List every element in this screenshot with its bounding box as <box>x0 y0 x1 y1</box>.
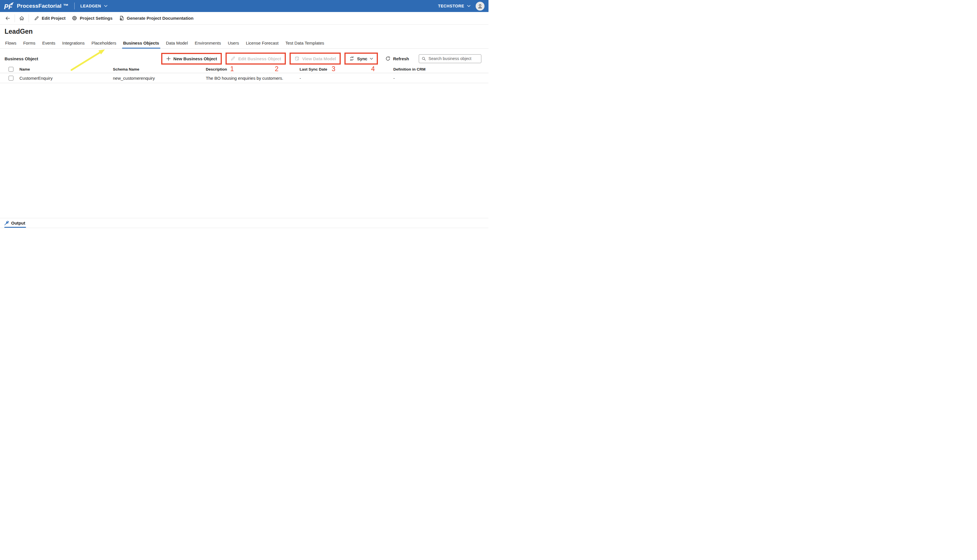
app-root: PF ProcessFactorial ™ LEADGEN TECHSTORE <box>0 0 489 280</box>
project-switcher[interactable]: LEADGEN <box>80 4 107 8</box>
pencil-icon <box>230 56 235 61</box>
annotation-box-1: New Business Object <box>161 53 222 65</box>
cell-schema-name: new_customerenquiry <box>113 76 206 80</box>
cell-last-sync-date: - <box>299 76 393 80</box>
column-header-definition-in-crm[interactable]: Definition in CRM <box>393 67 489 72</box>
top-header: PF ProcessFactorial ™ LEADGEN TECHSTORE <box>0 0 489 12</box>
generate-documentation-button[interactable]: Generate Project Documentation <box>116 13 197 23</box>
chevron-down-icon <box>370 58 373 60</box>
page-title: LeadGen <box>5 28 489 35</box>
toolbar-divider <box>28 14 29 22</box>
business-object-table: Name Schema Name Description Last Sync D… <box>0 65 489 83</box>
search-icon <box>422 56 426 61</box>
pencil-icon <box>34 16 39 21</box>
tab-data-model[interactable]: Data Model <box>165 39 189 48</box>
pin-icon <box>4 220 9 225</box>
sync-icon <box>349 56 354 61</box>
svg-text:PF: PF <box>4 3 13 10</box>
select-all-checkbox[interactable] <box>8 67 13 72</box>
edit-business-object-button[interactable]: Edit Business Object <box>227 54 285 63</box>
tab-integrations[interactable]: Integrations <box>62 39 85 48</box>
view-data-model-button[interactable]: View Data Model <box>291 54 339 63</box>
column-header-last-sync-date[interactable]: Last Sync Date <box>299 67 393 72</box>
brand-logo-icon[interactable]: PF <box>4 2 14 10</box>
toolbar-divider <box>15 14 15 22</box>
chevron-down-icon <box>104 5 107 7</box>
tab-bar: Flows Forms Events Integrations Placehol… <box>0 39 489 48</box>
annotation-box-2: Edit Business Object <box>225 53 286 65</box>
column-header-description[interactable]: Description <box>206 67 299 72</box>
edit-project-button[interactable]: Edit Project <box>31 13 68 23</box>
project-settings-button[interactable]: Project Settings <box>68 13 115 23</box>
tab-placeholders[interactable]: Placeholders <box>91 39 117 48</box>
avatar[interactable] <box>476 2 484 10</box>
command-bar: Edit Project Project Settings Generate P… <box>0 12 489 25</box>
gear-icon <box>72 15 77 21</box>
tab-output[interactable]: Output <box>4 218 26 228</box>
output-label: Output <box>11 220 25 225</box>
column-header-schema-name[interactable]: Schema Name <box>113 67 206 72</box>
annotation-box-4: Sync <box>344 53 378 65</box>
back-button[interactable] <box>3 13 13 23</box>
brand-name: ProcessFactorial ™ <box>17 3 68 9</box>
section-title: Business Object <box>5 56 38 61</box>
annotation-box-3: View Data Model <box>289 53 341 65</box>
header-divider <box>74 3 75 10</box>
sync-button[interactable]: Sync <box>346 54 377 63</box>
column-header-name[interactable]: Name <box>20 67 113 72</box>
cell-definition-in-crm: - <box>393 76 489 80</box>
tab-flows[interactable]: Flows <box>5 39 17 48</box>
plus-icon <box>166 56 171 61</box>
home-icon <box>19 15 25 21</box>
back-arrow-icon <box>5 15 10 21</box>
search-box <box>419 54 481 63</box>
new-business-object-button[interactable]: New Business Object <box>162 54 221 63</box>
row-checkbox[interactable] <box>8 76 13 80</box>
output-bar: Output <box>0 218 489 228</box>
home-button[interactable] <box>17 13 27 23</box>
tab-environments[interactable]: Environments <box>194 39 222 48</box>
tab-events[interactable]: Events <box>42 39 56 48</box>
tenant-switcher[interactable]: TECHSTORE <box>438 4 471 8</box>
tab-license-forecast[interactable]: License Forecast <box>245 39 279 48</box>
tab-business-objects[interactable]: Business Objects <box>123 39 160 48</box>
chevron-down-icon <box>467 5 471 7</box>
tenant-name: TECHSTORE <box>438 4 464 8</box>
person-icon <box>478 3 483 9</box>
document-generate-icon <box>119 15 124 21</box>
table-row[interactable]: CustomerEnquiry new_customerenquiry The … <box>0 73 489 83</box>
tab-forms[interactable]: Forms <box>23 39 36 48</box>
actions-row: Business Object New Business Object Edit… <box>0 52 489 65</box>
tab-test-data-templates[interactable]: Test Data Templates <box>285 39 325 48</box>
tab-users[interactable]: Users <box>227 39 239 48</box>
refresh-button[interactable]: Refresh <box>382 54 413 63</box>
refresh-icon <box>385 56 391 61</box>
table-header-row: Name Schema Name Description Last Sync D… <box>0 65 489 73</box>
cell-description: The BO housing enquiries by customers. <box>206 76 299 80</box>
project-name: LEADGEN <box>80 4 101 8</box>
cell-name: CustomerEnquiry <box>20 76 113 80</box>
database-icon <box>294 56 299 61</box>
search-input[interactable] <box>428 56 479 61</box>
